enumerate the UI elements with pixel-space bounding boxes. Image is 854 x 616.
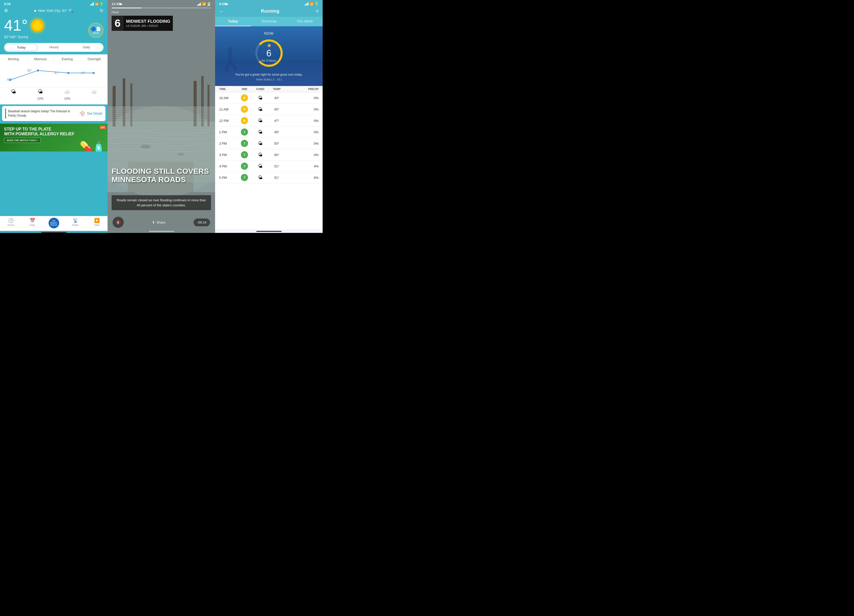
svg-rect-14 [194, 81, 197, 126]
tab-today-p3[interactable]: Today [215, 17, 251, 26]
see-details-link[interactable]: See Details [87, 112, 102, 115]
table-header: TIME RWI COND TEMP PRECIP [215, 86, 323, 92]
twc-logo: TheWeatherChannel [49, 218, 59, 228]
td-rwi: 7 [237, 140, 252, 147]
td-temp: 51° [268, 176, 285, 179]
share-label: Share [156, 221, 165, 224]
th-time: TIME [219, 88, 237, 91]
svg-point-7 [93, 72, 95, 74]
back-button[interactable]: ← [219, 8, 224, 14]
signal-bar-p3-2 [306, 4, 307, 6]
td-temp: 43° [268, 96, 285, 100]
tab-daily[interactable]: Daily [70, 44, 103, 51]
td-temp: 50° [268, 141, 285, 145]
location-arrow-p3: ▶ [226, 2, 228, 6]
td-cond: 🌤 [252, 175, 268, 180]
td-cond: 🌤 [252, 118, 268, 123]
td-cond: 🌤 [252, 141, 268, 146]
nav-item-video[interactable]: ▶️ Video [86, 218, 108, 228]
td-temp: 45° [268, 108, 285, 111]
td-precip: 0% [285, 108, 319, 111]
high-low: 52°/46° [4, 35, 17, 39]
nav-item-twc[interactable]: TheWeatherChannel [43, 218, 64, 228]
nav-item-daily[interactable]: 📅 Daily [21, 218, 43, 228]
signal-bars-p3 [305, 2, 308, 6]
forecast-col-morning: Morning [0, 56, 27, 62]
tab-this-week-p3[interactable]: This Week [287, 17, 323, 26]
precip-overnight [81, 96, 108, 102]
tab-hourly[interactable]: Hourly [38, 44, 70, 51]
wifi-icon: 📶 [95, 2, 99, 6]
video-controls: 🔇 ⬆ Share -00:14 [108, 217, 215, 228]
story-box: Roads remain closed as river flooding co… [111, 195, 211, 210]
video-icon: ▶️ [94, 218, 100, 223]
td-time: 10 AM [219, 96, 237, 100]
calendar-icon: 📅 [30, 218, 35, 223]
signal-bar-p3-1 [305, 5, 305, 6]
video-panel: 11:43 ▶ 📶 🔋 ✕ Flood 6 MIDWEST FLOODING L… [108, 0, 215, 233]
signal-bar-p3-4 [308, 2, 308, 6]
local-badge: 🔵📄 LOCAL [88, 23, 104, 38]
baseball-icon: ⚾ [79, 111, 85, 116]
battery-icon-p3: 🔋 [314, 2, 319, 6]
tab-today[interactable]: Today [5, 44, 38, 51]
nav-item-radar[interactable]: 📡 Radar [64, 218, 86, 228]
th-rwi: RWI [237, 88, 252, 91]
location-text: New York City, NY [38, 9, 67, 13]
flood-category-label: Flood [111, 11, 119, 14]
share-button[interactable]: ⬆ Share [152, 221, 165, 224]
table-row: 10 AM 6 🌤 43° 0% [215, 92, 323, 104]
th-precip: PRECIP [285, 88, 319, 91]
tab-tomorrow-p3[interactable]: Tomorrow [251, 17, 287, 26]
search-icon[interactable]: 🔍 [68, 8, 73, 13]
status-bar-p3: 9:26 ▶ 📶 🔋 [215, 0, 323, 7]
big-headline-text: FLOODING STILL COVERS MINNESOTA ROADS [111, 167, 211, 184]
table-row: 11 AM 6 🌤 45° 0% [215, 104, 323, 115]
weather-panel: 9:26 📶 🔋 ⚙ ▶ New York City, NY 🔍 ↻ 41° 🔵… [0, 0, 108, 233]
td-cond: 🌤 [252, 152, 268, 158]
location-arrow-p2: ▶ [120, 2, 122, 6]
headline-number: 6 [111, 16, 124, 31]
nav-label-daily: Daily [30, 224, 35, 226]
forecast-col-overnight: Overnight [81, 56, 108, 62]
morning-label: Morning [2, 58, 25, 61]
time-p1: 9:26 [4, 2, 11, 6]
filter-icon[interactable]: ≡ [316, 9, 319, 14]
signal-bar-p2-1 [197, 5, 198, 6]
forecast-cols: Morning Afternoon Evening Overnight [0, 56, 108, 62]
close-button[interactable]: ✕ [206, 2, 211, 9]
main-weather: 41° 🔵📄 LOCAL [0, 15, 108, 34]
mute-button[interactable]: 🔇 [113, 217, 124, 228]
rwi-badge: 6 [241, 117, 248, 124]
now-section: NOW ☀️ 6 for 3 hours You've got a green … [215, 26, 323, 86]
mute-icon: 🔇 [116, 220, 121, 225]
nav-item-hourly[interactable]: 🕐 Hourly [0, 218, 21, 228]
temp-graph-svg: 43° 51° 47° 47° [0, 62, 108, 87]
location-display: ▶ New York City, NY 🔍 [34, 8, 73, 13]
rwi-badge: 6 [241, 106, 248, 113]
now-description: You've got a green light for some good r… [235, 72, 302, 77]
precip-afternoon: 10% [27, 96, 53, 102]
timer-display: -00:14 [194, 219, 210, 226]
td-time: 3 PM [219, 153, 237, 157]
running-panel: 9:26 ▶ 📶 🔋 ← Running ≡ Today Tomorrow Th… [215, 0, 323, 233]
page-title: Running [261, 9, 279, 14]
td-precip: 0% [285, 119, 319, 123]
signal-bar-3 [92, 3, 93, 6]
weather-icon-morning: 🌤 [0, 87, 27, 96]
video-progress-bar[interactable] [111, 8, 211, 8]
table-row: 2 PM 7 🌤 50° 0% [215, 138, 323, 149]
td-precip: 0% [285, 96, 319, 100]
signal-bar-1 [90, 5, 91, 6]
td-rwi: 7 [237, 163, 252, 170]
signal-bar-p2-4 [200, 3, 201, 6]
battery-icon: 🔋 [100, 2, 104, 6]
settings-icon[interactable]: ⚙ [4, 8, 8, 14]
svg-point-18 [140, 144, 151, 149]
gsk-badge: gsk [100, 126, 105, 129]
forecast-section: Morning Afternoon Evening Overnight 43° … [0, 54, 108, 105]
td-rwi: 6 [237, 94, 252, 101]
condition-label: Sunny [18, 35, 29, 39]
ad-cta-button[interactable]: MAKE THE SWITCH TODAY › [4, 138, 41, 143]
refresh-icon[interactable]: ↻ [100, 8, 104, 14]
